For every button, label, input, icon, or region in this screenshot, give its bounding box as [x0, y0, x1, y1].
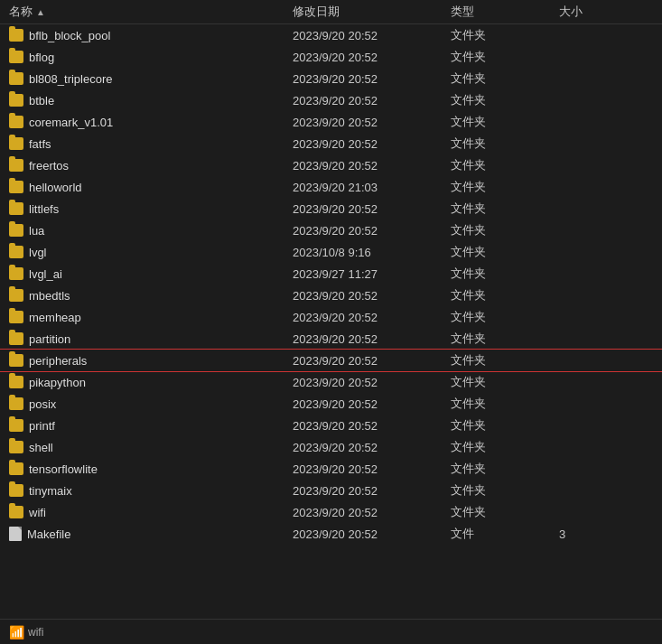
file-name-cell: bl808_triplecore: [0, 72, 289, 86]
file-name-cell: freertos: [0, 159, 289, 173]
file-name-cell: partition: [0, 332, 289, 346]
file-name-text: partition: [29, 332, 70, 346]
file-name-cell: printf: [0, 419, 289, 433]
table-row[interactable]: peripherals2023/9/20 20:52文件夹: [0, 350, 662, 371]
file-type-cell: 文件夹: [447, 331, 555, 347]
file-name-text: Makefile: [27, 527, 70, 541]
sort-icon: ▲: [36, 7, 45, 17]
file-name-cell: mbedtls: [0, 289, 289, 303]
file-type-cell: 文件夹: [447, 201, 555, 217]
file-name-text: littlefs: [29, 202, 59, 216]
file-type-cell: 文件夹: [447, 266, 555, 282]
file-name-text: mbedtls: [29, 289, 70, 303]
file-date-cell: 2023/9/20 20:52: [289, 332, 447, 346]
file-date-cell: 2023/10/8 9:16: [289, 246, 447, 259]
file-type-cell: 文件夹: [447, 244, 555, 260]
table-row[interactable]: partition2023/9/20 20:52文件夹: [0, 328, 662, 350]
table-row[interactable]: helloworld2023/9/20 21:03文件夹: [0, 176, 662, 198]
table-row[interactable]: lvgl2023/10/8 9:16文件夹: [0, 241, 662, 263]
table-row[interactable]: bflog2023/9/20 20:52文件夹: [0, 46, 662, 68]
file-date-cell: 2023/9/20 20:52: [289, 94, 447, 107]
table-row[interactable]: wifi2023/9/20 20:52文件夹: [0, 501, 662, 523]
file-name-cell: lvgl: [0, 246, 289, 259]
table-row[interactable]: posix2023/9/20 20:52文件夹: [0, 393, 662, 415]
folder-icon: [9, 94, 23, 107]
file-name-text: lvgl: [29, 246, 47, 259]
table-row[interactable]: bl808_triplecore2023/9/20 20:52文件夹: [0, 68, 662, 89]
file-name-cell: tinymaix: [0, 484, 289, 498]
table-row[interactable]: lvgl_ai2023/9/27 11:27文件夹: [0, 263, 662, 285]
header-name[interactable]: 名称 ▲: [0, 4, 289, 20]
file-icon: [9, 527, 22, 541]
file-name-text: shell: [29, 441, 53, 454]
header-type[interactable]: 类型: [447, 4, 555, 20]
file-name-cell: Makefile: [0, 527, 289, 541]
folder-icon: [9, 419, 23, 432]
file-name-text: lua: [29, 224, 44, 238]
table-row[interactable]: tinymaix2023/9/20 20:52文件夹: [0, 480, 662, 501]
table-row[interactable]: bflb_block_pool2023/9/20 20:52文件夹: [0, 24, 662, 46]
table-row[interactable]: lua2023/9/20 20:52文件夹: [0, 219, 662, 241]
file-name-text: memheap: [29, 311, 81, 324]
file-name-cell: shell: [0, 441, 289, 454]
file-name-text: coremark_v1.01: [29, 116, 113, 129]
folder-icon: [9, 159, 23, 172]
table-row[interactable]: mbedtls2023/9/20 20:52文件夹: [0, 285, 662, 306]
file-date-cell: 2023/9/20 20:52: [289, 202, 447, 216]
table-row[interactable]: freertos2023/9/20 20:52文件夹: [0, 154, 662, 176]
file-date-cell: 2023/9/20 20:52: [289, 397, 447, 411]
table-row[interactable]: btble2023/9/20 20:52文件夹: [0, 89, 662, 111]
file-type-cell: 文件夹: [447, 482, 555, 499]
table-row[interactable]: littlefs2023/9/20 20:52文件夹: [0, 198, 662, 219]
table-row[interactable]: pikapython2023/9/20 20:52文件夹: [0, 371, 662, 393]
file-name-cell: fatfs: [0, 137, 289, 151]
file-date-cell: 2023/9/20 20:52: [289, 506, 447, 519]
file-name-cell: lvgl_ai: [0, 267, 289, 281]
file-date-cell: 2023/9/20 20:52: [289, 72, 447, 86]
header-name-label: 名称: [9, 4, 33, 20]
header-date[interactable]: 修改日期: [289, 4, 447, 20]
file-name-text: tensorflowlite: [29, 462, 98, 476]
folder-icon: [9, 181, 23, 193]
file-date-cell: 2023/9/20 20:52: [289, 419, 447, 433]
file-explorer: 名称 ▲ 修改日期 类型 大小 bflb_block_pool2023/9/20…: [0, 0, 662, 644]
table-row[interactable]: tensorflowlite2023/9/20 20:52文件夹: [0, 458, 662, 480]
file-date-cell: 2023/9/20 20:52: [289, 224, 447, 238]
header-date-label: 修改日期: [293, 5, 340, 18]
file-type-cell: 文件夹: [447, 92, 555, 108]
status-wifi: 📶 wifi: [9, 625, 43, 639]
table-row[interactable]: coremark_v1.012023/9/20 20:52文件夹: [0, 111, 662, 133]
table-row[interactable]: Makefile2023/9/20 20:52文件3: [0, 523, 662, 545]
folder-icon: [9, 462, 23, 475]
file-name-text: wifi: [29, 506, 46, 519]
file-date-cell: 2023/9/20 20:52: [289, 51, 447, 64]
header-size[interactable]: 大小: [555, 4, 662, 20]
folder-icon: [9, 376, 23, 388]
folder-icon: [9, 289, 23, 302]
file-name-cell: pikapython: [0, 376, 289, 389]
table-row[interactable]: memheap2023/9/20 20:52文件夹: [0, 306, 662, 328]
file-name-cell: lua: [0, 224, 289, 238]
table-row[interactable]: fatfs2023/9/20 20:52文件夹: [0, 133, 662, 154]
table-row[interactable]: shell2023/9/20 20:52文件夹: [0, 436, 662, 458]
file-type-cell: 文件夹: [447, 309, 555, 325]
folder-icon: [9, 224, 23, 237]
file-type-cell: 文件夹: [447, 114, 555, 130]
folder-icon: [9, 267, 23, 280]
file-name-text: tinymaix: [29, 484, 72, 498]
folder-icon: [9, 72, 23, 85]
folder-icon: [9, 29, 23, 42]
file-date-cell: 2023/9/20 20:52: [289, 159, 447, 173]
file-name-cell: peripherals: [0, 354, 289, 368]
file-name-cell: bflog: [0, 51, 289, 64]
table-row[interactable]: printf2023/9/20 20:52文件夹: [0, 415, 662, 436]
file-type-cell: 文件夹: [447, 417, 555, 434]
header-size-label: 大小: [559, 5, 583, 18]
file-name-cell: tensorflowlite: [0, 462, 289, 476]
folder-icon: [9, 397, 23, 410]
file-date-cell: 2023/9/20 20:52: [289, 484, 447, 498]
folder-icon: [9, 506, 23, 518]
wifi-label: wifi: [28, 626, 43, 639]
file-type-cell: 文件夹: [447, 70, 555, 87]
file-name-text: posix: [29, 397, 56, 411]
